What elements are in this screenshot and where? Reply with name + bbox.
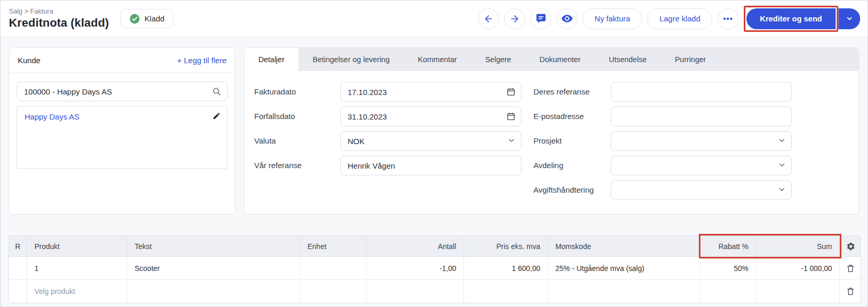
cell-tekst-empty[interactable] [127,280,300,303]
cell-pris-empty[interactable] [464,280,548,303]
our-reference-input[interactable] [340,156,521,175]
tab-detaljer[interactable]: Detaljer [244,48,299,71]
cell-enhet[interactable] [300,257,366,280]
tab-dokumenter[interactable]: Dokumenter [525,48,594,71]
table-header-row: R Produkt Tekst Enhet Antall Pris eks. m… [9,236,861,257]
eye-icon [561,13,573,25]
col-header-produkt: Produkt [27,236,127,257]
details-form: Fakturadato Deres referanse Forfallsdato… [254,82,859,200]
col-header-pris-eks-mva: Pris eks. mva [464,236,548,257]
title-block: Salg > Faktura Kreditnota (kladd) [9,7,109,30]
arrow-right-icon [509,14,520,24]
project-select [611,131,792,151]
chevron-down-icon [846,15,853,22]
credit-and-send-dropdown-button[interactable] [838,8,860,29]
customer-search [17,81,228,101]
pencil-icon [212,112,221,120]
their-reference-input[interactable] [611,82,792,102]
cell-antall-empty[interactable] [366,280,464,303]
arrow-left-icon [483,14,494,24]
cell-pris-eks-mva[interactable]: 1 600,00 [464,257,548,280]
label-forfallsdato: Forfallsdato [254,107,340,126]
vat-handling-select-input[interactable] [611,180,792,200]
tab-selgere[interactable]: Selgere [471,48,525,71]
col-header-antall: Antall [366,236,464,257]
line-items-section: R Produkt Tekst Enhet Antall Pris eks. m… [8,235,861,303]
cell-antall[interactable]: -1,00 [366,257,464,280]
tab-purringer[interactable]: Purringer [661,48,720,71]
status-badge: Kladd [121,9,173,28]
label-deres-referanse: Deres referanse [521,82,611,102]
cell-sum: -1 000,00 [756,257,840,280]
back-button[interactable] [478,8,499,29]
credit-and-send-button[interactable]: Krediter og send [746,8,836,29]
speech-bubble-icon [536,13,546,24]
cell-row-actions [840,280,861,303]
label-prosjekt: Prosjekt [521,131,611,151]
header-actions: Ny faktura Lagre kladd ••• Krediter og s… [478,6,867,32]
their-reference-field [611,82,792,102]
label-avdeling: Avdeling [521,156,611,175]
customer-panel-title: Kunde [18,56,40,65]
cell-rabatt[interactable]: 50% [700,257,756,280]
select-product-input[interactable] [27,287,122,296]
search-icon [212,87,221,96]
email-input[interactable] [611,107,792,126]
cell-rabatt-empty[interactable] [700,280,756,303]
col-header-tekst: Tekst [127,236,300,257]
breadcrumb[interactable]: Salg > Faktura [9,7,109,15]
cell-enhet-empty[interactable] [300,280,366,303]
line-items-table: R Produkt Tekst Enhet Antall Pris eks. m… [9,236,861,303]
our-reference-field [340,156,521,175]
customer-search-input[interactable] [17,81,228,101]
trash-icon [846,287,855,296]
tab-kommentar[interactable]: Kommentar [403,48,471,71]
comment-button[interactable] [530,8,551,29]
delete-row-button[interactable] [840,257,861,279]
label-avgiftshandtering: Avgiftshåndtering [521,180,611,200]
more-actions-button[interactable]: ••• [718,8,739,29]
department-select-input[interactable] [611,156,792,175]
cell-tekst[interactable]: Scooter [127,257,300,280]
line-item-row: 1 Scooter -1,00 1 600,00 25% - Utgående … [9,257,861,280]
cell-produkt[interactable]: 1 [27,257,127,280]
cell-momskode[interactable]: 25% - Utgående mva (salg) [548,257,700,280]
edit-customer-button[interactable] [212,112,221,122]
new-line-item-row [9,280,861,303]
col-header-settings [840,236,861,257]
add-more-customers-link[interactable]: + Legg til flere [177,56,227,65]
annotation-highlight-credit-button: Krediter og send [744,6,838,32]
cell-momskode-empty[interactable] [548,280,700,303]
details-panel: Detaljer Betingelser og levering Komment… [244,48,859,215]
delete-row-button[interactable] [840,280,861,303]
currency-select-input[interactable] [340,131,521,151]
col-header-sum: Sum [756,236,840,257]
cell-r [9,257,27,280]
invoice-date-field [340,82,521,102]
preview-button[interactable] [556,8,577,29]
cell-produkt-picker [27,280,127,303]
customer-panel-header: Kunde + Legg til flere [9,48,235,73]
app-window: Salg > Faktura Kreditnota (kladd) Kladd … [0,0,868,307]
label-epostadresse: E-postadresse [521,107,611,126]
table-settings-button[interactable] [840,236,861,256]
invoice-date-input[interactable] [340,82,521,102]
tab-utsendelse[interactable]: Utsendelse [594,48,661,71]
forward-button[interactable] [504,8,525,29]
customer-name-link[interactable]: Happy Days AS [25,112,79,121]
save-draft-button[interactable]: Lagre kladd [647,8,712,29]
check-circle-icon [129,14,140,24]
label-fakturadato: Fakturadato [254,82,340,102]
vat-handling-select [611,180,792,200]
cell-r-empty [9,280,27,303]
status-badge-label: Kladd [145,14,164,23]
line-items-table-wrap: R Produkt Tekst Enhet Antall Pris eks. m… [8,235,861,303]
due-date-input[interactable] [340,107,521,126]
customer-panel: Kunde + Legg til flere Happy Days AS [9,48,235,215]
col-header-momskode: Momskode [548,236,700,257]
tab-betingelser-og-levering[interactable]: Betingelser og levering [299,48,404,71]
cell-sum-empty [756,280,840,303]
project-select-input[interactable] [611,131,792,151]
ellipsis-icon: ••• [723,14,733,23]
new-invoice-button[interactable]: Ny faktura [582,8,642,29]
